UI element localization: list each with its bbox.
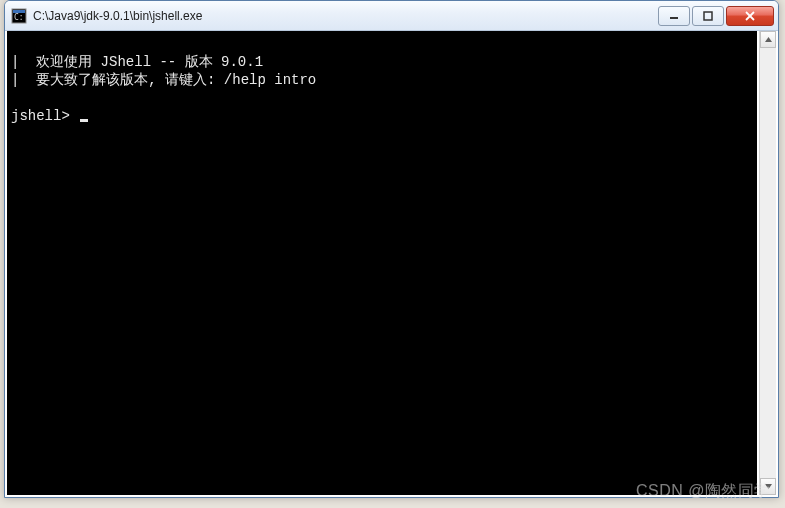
welcome-line: 欢迎使用 JShell -- 版本 9.0.1 bbox=[36, 54, 263, 70]
vertical-scrollbar[interactable] bbox=[759, 31, 776, 495]
chevron-up-icon bbox=[764, 35, 773, 44]
line-prefix: | bbox=[11, 72, 36, 88]
scroll-track[interactable] bbox=[760, 48, 776, 478]
maximize-button[interactable] bbox=[692, 6, 724, 26]
scroll-down-button[interactable] bbox=[760, 478, 776, 495]
help-line: 要大致了解该版本, 请键入: /help intro bbox=[36, 72, 316, 88]
svg-rect-4 bbox=[704, 12, 712, 20]
scroll-up-button[interactable] bbox=[760, 31, 776, 48]
chevron-down-icon bbox=[764, 482, 773, 491]
maximize-icon bbox=[703, 11, 713, 21]
svg-line-5 bbox=[746, 12, 754, 20]
svg-text:C:: C: bbox=[14, 13, 24, 22]
svg-rect-3 bbox=[670, 17, 678, 19]
prompt: jshell> bbox=[11, 108, 78, 124]
terminal-area: | 欢迎使用 JShell -- 版本 9.0.1 | 要大致了解该版本, 请键… bbox=[5, 31, 778, 497]
window-controls bbox=[656, 6, 774, 26]
minimize-icon bbox=[669, 11, 679, 21]
svg-line-6 bbox=[746, 12, 754, 20]
minimize-button[interactable] bbox=[658, 6, 690, 26]
line-prefix: | bbox=[11, 54, 36, 70]
app-icon: C: bbox=[11, 8, 27, 24]
cursor bbox=[80, 119, 88, 122]
close-icon bbox=[744, 11, 756, 21]
window-title: C:\Java9\jdk-9.0.1\bin\jshell.exe bbox=[33, 9, 656, 23]
terminal-output[interactable]: | 欢迎使用 JShell -- 版本 9.0.1 | 要大致了解该版本, 请键… bbox=[7, 31, 757, 495]
svg-marker-7 bbox=[765, 37, 772, 42]
title-bar[interactable]: C: C:\Java9\jdk-9.0.1\bin\jshell.exe bbox=[5, 1, 778, 31]
svg-marker-8 bbox=[765, 484, 772, 489]
close-button[interactable] bbox=[726, 6, 774, 26]
app-window: C: C:\Java9\jdk-9.0.1\bin\jshell.exe | 欢… bbox=[4, 0, 779, 498]
